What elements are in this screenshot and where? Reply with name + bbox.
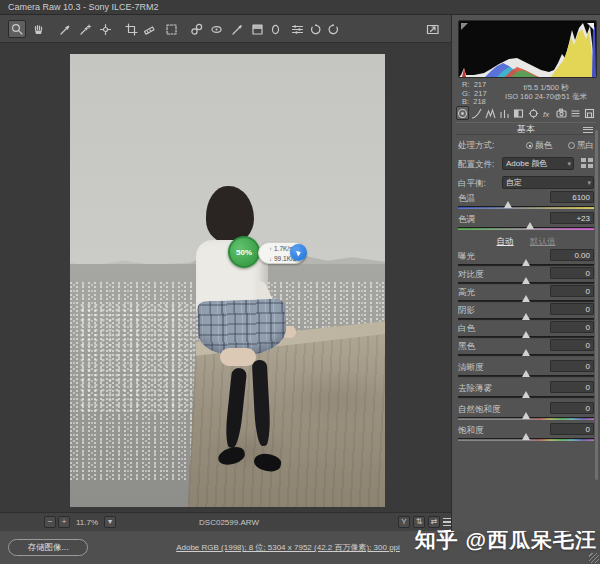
- slider-value[interactable]: 0: [550, 267, 594, 279]
- tab-tone-curve[interactable]: [470, 106, 483, 120]
- arrow-icon: [296, 249, 302, 256]
- profile-dropdown[interactable]: Adobe 颜色▾: [502, 157, 574, 170]
- slider-value[interactable]: 0: [550, 402, 594, 414]
- zoom-level-dropdown[interactable]: ▾: [104, 516, 116, 528]
- transform-tool-icon[interactable]: [162, 20, 180, 38]
- slider-thumb[interactable]: [522, 295, 530, 302]
- filename-label: DSC02599.ARW: [199, 518, 259, 527]
- preview-area: 50% ↑1.7K/s ↓99.1K/s: [0, 43, 452, 512]
- graduated-filter-tool-icon[interactable]: [248, 20, 266, 38]
- clarity-slider: 清晰度 0: [458, 362, 594, 382]
- tint-slider: 色调 +23: [458, 214, 594, 234]
- adjustment-brush-tool-icon[interactable]: [228, 20, 246, 38]
- slider-thumb[interactable]: [522, 313, 530, 320]
- temp-thumb[interactable]: [504, 201, 512, 208]
- hand-tool-icon[interactable]: [29, 20, 47, 38]
- browser-float-icon[interactable]: [290, 244, 307, 261]
- auto-link[interactable]: 自动: [497, 236, 514, 246]
- chevron-down-icon: ▾: [567, 158, 571, 169]
- slider-thumb[interactable]: [522, 277, 530, 284]
- zoom-out-button[interactable]: −: [44, 516, 56, 528]
- straighten-tool-icon[interactable]: [140, 20, 158, 38]
- tint-thumb[interactable]: [526, 222, 534, 229]
- rgb-b-value: 218: [473, 97, 486, 106]
- slider-label: 饱和度: [458, 425, 484, 437]
- svg-text:fx: fx: [543, 109, 550, 118]
- camera-raw-window: Camera Raw 10.3 - Sony ILCE-7RM2: [0, 0, 600, 564]
- temp-label: 色温: [458, 193, 475, 205]
- rotate-right-icon[interactable]: [324, 20, 342, 38]
- tab-camera-calibration[interactable]: [555, 106, 568, 120]
- photo-canvas[interactable]: 50% ↑1.7K/s ↓99.1K/s: [70, 54, 385, 507]
- net-speed-ball[interactable]: 50%: [228, 236, 260, 268]
- slider-value[interactable]: 0: [550, 381, 594, 393]
- profile-label: 配置文件:: [458, 159, 494, 171]
- zoom-tool-icon[interactable]: [8, 20, 26, 38]
- slider-value[interactable]: 0: [550, 339, 594, 351]
- rotate-left-icon[interactable]: [306, 20, 324, 38]
- temperature-slider: 色温 6100: [458, 193, 594, 213]
- wb-value: 自定: [506, 178, 522, 187]
- slider-thumb[interactable]: [522, 349, 530, 356]
- tab-effects[interactable]: fx: [541, 106, 554, 120]
- slider-value[interactable]: 0: [550, 360, 594, 372]
- slider-value[interactable]: 0: [550, 285, 594, 297]
- save-image-button[interactable]: 存储图像...: [8, 539, 88, 556]
- profile-browser-icon[interactable]: [581, 158, 594, 169]
- spot-removal-tool-icon[interactable]: [187, 20, 205, 38]
- treatment-bw-option[interactable]: 黑白: [568, 140, 594, 152]
- before-after-view-button[interactable]: Y: [398, 516, 410, 528]
- slider-thumb[interactable]: [522, 259, 530, 266]
- fullscreen-toggle-icon[interactable]: [424, 20, 442, 38]
- tab-detail[interactable]: [484, 106, 497, 120]
- slider-thumb[interactable]: [522, 331, 530, 338]
- temp-value[interactable]: 6100: [550, 191, 594, 203]
- slider-value[interactable]: 0: [550, 321, 594, 333]
- crop-tool-icon[interactable]: [122, 20, 140, 38]
- radial-filter-tool-icon[interactable]: [266, 20, 284, 38]
- zoom-level-value[interactable]: 11.7%: [76, 518, 98, 527]
- treatment-color-option[interactable]: 颜色: [526, 140, 552, 152]
- zoom-in-button[interactable]: +: [58, 516, 70, 528]
- auto-default-links: 自动 默认值: [458, 236, 594, 248]
- preferences-tool-icon[interactable]: [288, 20, 306, 38]
- slider-value[interactable]: 0: [550, 423, 594, 435]
- title-bar[interactable]: Camera Raw 10.3 - Sony ILCE-7RM2: [0, 0, 600, 15]
- slider-label: 曝光: [458, 251, 475, 263]
- slider-value[interactable]: 0.00: [550, 249, 594, 261]
- tab-lens-corrections[interactable]: [527, 106, 540, 120]
- treatment-label: 处理方式:: [458, 140, 494, 150]
- resize-grip[interactable]: [589, 553, 599, 563]
- workflow-options-link[interactable]: Adobe RGB (1998); 8 位; 5304 x 7952 (42.2…: [176, 542, 400, 553]
- tab-snapshots[interactable]: [583, 106, 596, 120]
- targeted-adjustment-tool-icon[interactable]: [96, 20, 114, 38]
- wb-dropdown[interactable]: 自定▾: [502, 176, 594, 189]
- radio-bw-icon: [568, 142, 575, 149]
- highlight-clipping-indicator[interactable]: [587, 23, 594, 30]
- histogram[interactable]: [458, 20, 597, 78]
- slider-thumb[interactable]: [522, 370, 530, 377]
- temp-track[interactable]: [458, 206, 594, 209]
- slider-thumb[interactable]: [522, 391, 530, 398]
- shadow-clipping-indicator[interactable]: [461, 23, 468, 30]
- tab-presets[interactable]: [569, 106, 582, 120]
- tint-value[interactable]: +23: [550, 212, 594, 224]
- blacks-slider: 黑色 0: [458, 341, 594, 361]
- default-link[interactable]: 默认值: [530, 236, 556, 246]
- panel-menu-icon[interactable]: [583, 127, 593, 133]
- tab-split-toning[interactable]: [512, 106, 525, 120]
- treatment-row: 处理方式: 颜色 黑白: [458, 140, 594, 152]
- slider-thumb[interactable]: [522, 433, 530, 440]
- white-balance-tool-icon[interactable]: [56, 20, 74, 38]
- window-title: Camera Raw 10.3 - Sony ILCE-7RM2: [8, 2, 159, 12]
- red-eye-tool-icon[interactable]: [207, 20, 225, 38]
- slider-value[interactable]: 0: [550, 303, 594, 315]
- chevron-down-icon: ▾: [587, 177, 591, 188]
- slider-thumb[interactable]: [522, 412, 530, 419]
- toolbar: [0, 15, 452, 43]
- panel-scrollbar[interactable]: [595, 130, 598, 480]
- color-sampler-tool-icon[interactable]: [76, 20, 94, 38]
- tab-hsl-grayscale[interactable]: [498, 106, 511, 120]
- upload-icon: ↑: [269, 246, 272, 252]
- tab-basic[interactable]: [456, 106, 469, 120]
